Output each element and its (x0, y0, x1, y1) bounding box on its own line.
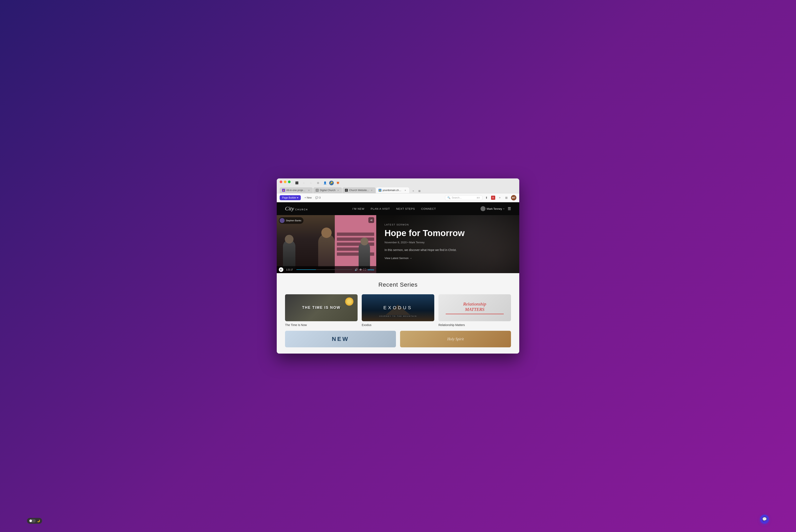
speaker-name-text: Stephen Banks (286, 219, 301, 222)
chat-icon: 💬 (762, 517, 767, 521)
maximize-button[interactable] (288, 180, 291, 183)
tab-close-2[interactable]: ✕ (337, 189, 340, 192)
nav-next-steps[interactable]: NEXT STEPS (396, 207, 415, 210)
tab-label-1: All-in-one project... (286, 189, 306, 192)
reload-icon[interactable]: ⊙ (315, 181, 321, 185)
volume-icon[interactable]: 🔊 (355, 268, 358, 271)
tab-all-in-one[interactable]: ⚡ All-in-one project... ✕ (280, 187, 313, 193)
back-icon[interactable]: ‹ (301, 181, 307, 185)
series-card-time-is-now[interactable]: THE TIME IS NOW The Time Is Now (285, 294, 358, 327)
relationship-line1: Relationship (463, 301, 486, 306)
website-content: City CHURCH I'M NEW PLAN A VISIT NEXT ST… (277, 202, 519, 354)
series-card-new[interactable]: NEW (285, 331, 396, 347)
close-button[interactable] (280, 180, 282, 183)
tab-digital-church[interactable]: D Digital Church ✕ (313, 187, 342, 193)
thumb-holy-spirit-bg: Holy Spirit (400, 331, 511, 347)
new-tab-button[interactable]: ＋ (411, 189, 416, 193)
tab-label-3: Church Website... (349, 189, 369, 192)
site-user[interactable]: Mark Tenney ▾ (480, 206, 504, 211)
nav-plan-a-visit[interactable]: PLAN A VISIT (371, 207, 390, 210)
series-card-relationship-matters[interactable]: Relationship MATTERS Relationship Matter… (438, 294, 511, 327)
comments-indicator[interactable]: 💬 3 (315, 196, 321, 199)
dark-mode-toggle[interactable]: 🌙 (27, 518, 42, 524)
video-person-center (318, 234, 335, 267)
toolbar-search[interactable]: 🔍 Search... ⌘K (445, 195, 482, 200)
title-bar: ⬛ ‹ › ⊙ 👤 🔑 🦊 ⚡ All-in-one project... ✕ … (277, 178, 519, 193)
user-avatar-icon (480, 206, 486, 211)
nav-icons: ⬛ ‹ › ⊙ 👤 🔑 🦊 (294, 181, 341, 185)
comments-label: 💬 3 (315, 196, 321, 199)
thumb-moon-circle (345, 298, 354, 306)
hero-section: Stephen Banks ⊲ ▶ 1:21:17 🔊 ⚙ ⛶ (277, 215, 519, 273)
site-nav-links: I'M NEW PLAN A VISIT NEXT STEPS CONNECT (353, 207, 436, 210)
series-title-time-is-now: The Time Is Now (285, 323, 358, 327)
moon-icon: 🌙 (37, 519, 40, 522)
tabs-row: ⚡ All-in-one project... ✕ D Digital Chur… (280, 187, 516, 193)
tab-label-2: Digital Church (320, 189, 335, 192)
share-icon[interactable]: ⬆ (485, 196, 489, 200)
tab-yourdomain[interactable]: 🔒 yourdomain.church ✕ (376, 187, 409, 193)
tab-close-1[interactable]: ✕ (307, 189, 310, 192)
sidebar-toggle-icon[interactable]: ⬛ (294, 181, 300, 185)
series-thumbnail-exodus: EXODUS JOURNEY TO THE MOUNTAIN (362, 294, 434, 321)
traffic-lights (280, 180, 291, 183)
search-shortcut: ⌘K (477, 197, 480, 199)
site-logo[interactable]: City CHURCH (285, 206, 308, 212)
firefox-icon[interactable]: 🦊 (335, 181, 341, 185)
new-button[interactable]: + New (303, 195, 313, 200)
user-dropdown-icon: ▾ (503, 208, 504, 210)
video-scene (277, 215, 376, 273)
toggle-switch[interactable] (29, 519, 36, 522)
page-builder-button[interactable]: Page Builder ▾ (280, 195, 301, 200)
series-row2: NEW Holy Spirit (285, 331, 511, 347)
nav-connect[interactable]: CONNECT (421, 207, 436, 210)
user-avatar[interactable]: MT (511, 195, 516, 201)
hero-text: LATEST SERMON Hope for Tomorrow November… (376, 215, 519, 273)
fullscreen-icon[interactable]: ⛶ (363, 268, 366, 271)
view-latest-sermon-link[interactable]: View Latest Sermon → (384, 256, 412, 260)
thumb-new-text: NEW (332, 336, 349, 342)
speaker-avatar-img (280, 218, 285, 223)
video-container: Stephen Banks ⊲ ▶ 1:21:17 🔊 ⚙ ⛶ (277, 215, 376, 273)
relationship-underline (446, 314, 504, 314)
profile-icon[interactable]: 👤 (322, 181, 328, 185)
video-person-left (283, 240, 296, 269)
password-icon[interactable]: 🔑 (329, 181, 334, 185)
tab-close-3[interactable]: ✕ (370, 189, 373, 192)
series-title-exodus: Exodus (362, 323, 434, 327)
series-card-holy-spirit[interactable]: Holy Spirit (400, 331, 511, 347)
settings-icon[interactable]: ⚙ (359, 268, 362, 271)
minimize-button[interactable] (284, 180, 286, 183)
search-placeholder-text: Search... (452, 196, 462, 199)
thumb-holy-spirit-text: Holy Spirit (447, 337, 464, 341)
page-builder-label: Page Builder ▾ (282, 196, 298, 199)
forward-icon[interactable]: › (308, 181, 314, 185)
nav-im-new[interactable]: I'M NEW (353, 207, 364, 210)
wall-panels (335, 215, 376, 273)
series-thumbnail-time-is-now: THE TIME IS NOW (285, 294, 358, 321)
new-window-icon[interactable]: ＋ (498, 196, 502, 200)
sermon-title: Hope for Tomorrow (384, 228, 511, 238)
video-progress-bar[interactable] (297, 269, 352, 270)
tab-close-4[interactable]: ✕ (404, 189, 407, 192)
thumb-time-is-now-bg: THE TIME IS NOW (285, 294, 358, 321)
bookmark-icon[interactable]: ⊲ (368, 217, 374, 223)
tab-favicon-1: ⚡ (282, 189, 285, 192)
tab-grid-button[interactable]: ⊞ (417, 189, 422, 193)
series-grid: THE TIME IS NOW The Time Is Now EXODUS J… (285, 294, 511, 327)
tab-label-4: yourdomain.church (383, 189, 402, 192)
video-person-right (359, 242, 370, 269)
hamburger-menu-icon[interactable]: ☰ (508, 206, 511, 211)
new-label: + New (304, 196, 311, 199)
thumb-exodus-sub: JOURNEY TO THE MOUNTAIN (379, 315, 417, 317)
tab-church-website[interactable]: C Church Website... ✕ (342, 187, 375, 193)
recent-series-title: Recent Series (285, 282, 511, 288)
readerview-icon[interactable]: R (491, 196, 495, 200)
thumb-relationship-text: Relationship MATTERS (463, 301, 486, 312)
video-progress-fill (297, 269, 316, 270)
series-thumbnail-relationship: Relationship MATTERS (438, 294, 511, 321)
series-card-exodus[interactable]: EXODUS JOURNEY TO THE MOUNTAIN Exodus (362, 294, 434, 327)
play-button[interactable]: ▶ (279, 267, 283, 272)
copy-icon[interactable]: ⊞ (504, 196, 509, 200)
chat-bubble[interactable]: 💬 (760, 515, 769, 524)
